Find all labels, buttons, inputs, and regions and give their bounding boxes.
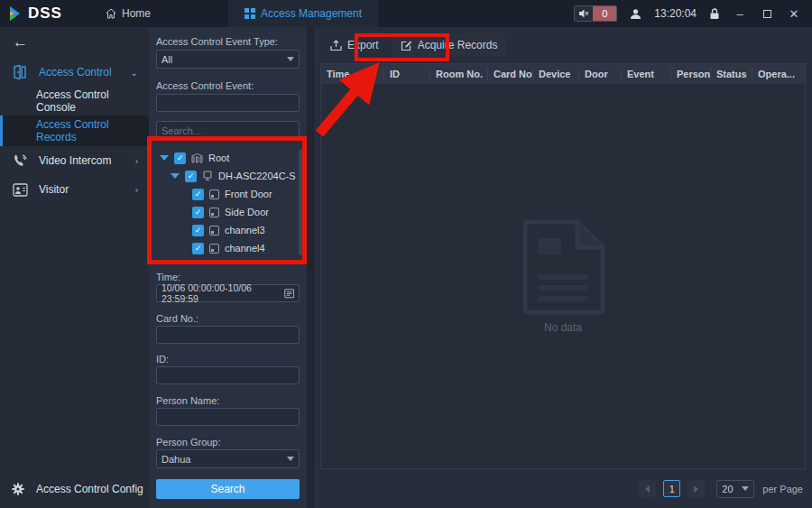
back-arrow-icon: ←: [13, 33, 28, 51]
tab-access-management[interactable]: Access Management: [228, 0, 378, 27]
next-page-button[interactable]: [687, 480, 705, 497]
export-button[interactable]: Export: [321, 33, 388, 57]
person-group-value: Dahua: [161, 454, 190, 465]
person-name-input[interactable]: [156, 408, 300, 426]
alarm-mute-control[interactable]: 0: [574, 5, 617, 22]
door-channel-icon: [209, 244, 219, 254]
prev-page-button[interactable]: [639, 480, 656, 497]
column-header[interactable]: Room No.: [429, 68, 487, 80]
user-icon[interactable]: [630, 8, 641, 20]
checkbox-checked[interactable]: [192, 207, 204, 218]
access-control-icon: [13, 65, 28, 79]
prev-arrow-icon: [645, 485, 650, 493]
organization-icon: [191, 153, 203, 163]
tree-node-label: DH-ASC2204C-S: [218, 171, 296, 181]
records-table: Time ID Room No. Card No. Device Door Ev…: [320, 63, 806, 469]
dss-logo: DSS: [0, 0, 75, 27]
column-header[interactable]: Door: [578, 68, 621, 80]
sidebar-item-label: Access Control: [39, 66, 120, 79]
column-header[interactable]: Opera...: [752, 68, 805, 80]
expander-icon[interactable]: [171, 173, 180, 179]
device-icon: [202, 171, 213, 181]
sidebar-item-video-intercom[interactable]: Video Intercom ›: [0, 146, 149, 175]
title-bar: DSS Home Access Management 0 13:20:04: [0, 0, 812, 27]
home-icon: [106, 8, 116, 19]
chevron-right-icon: ›: [135, 185, 138, 195]
event-input[interactable]: [156, 94, 300, 112]
column-header[interactable]: ID: [383, 68, 429, 80]
tab-home-label: Home: [122, 7, 151, 20]
checkbox-checked[interactable]: [185, 171, 197, 182]
device-search-input[interactable]: [157, 125, 294, 136]
chevron-down-icon: [287, 57, 294, 61]
search-button[interactable]: Search: [156, 479, 300, 499]
checkbox-checked[interactable]: [174, 152, 186, 164]
sidebar-item-label: Access Control Records: [36, 118, 149, 143]
acquire-records-icon: [401, 40, 412, 51]
page-number-button[interactable]: 1: [663, 480, 680, 497]
card-no-input[interactable]: [156, 326, 300, 344]
export-label: Export: [347, 39, 379, 51]
event-type-select[interactable]: All: [156, 50, 300, 69]
sidebar-item-label: Visitor: [39, 183, 125, 196]
sidebar-item-access-control[interactable]: Access Control ⌄: [0, 58, 149, 87]
sidebar-item-visitor[interactable]: Visitor ›: [0, 175, 149, 204]
column-header[interactable]: Card No.: [487, 68, 532, 80]
visitor-badge-icon: [13, 183, 28, 197]
tree-node-channel[interactable]: channel3: [156, 221, 300, 239]
tree-node-label: Root: [208, 152, 229, 163]
back-button[interactable]: ←: [0, 27, 149, 58]
card-no-label: Card No.:: [156, 313, 300, 324]
pagination-bar: 1 20 per Page: [314, 469, 812, 508]
column-header[interactable]: Event: [621, 68, 670, 80]
checkbox-checked[interactable]: [192, 189, 204, 200]
panel-divider: [307, 27, 314, 508]
column-header[interactable]: Time: [321, 68, 383, 80]
checkbox-checked[interactable]: [192, 243, 204, 254]
device-search-box[interactable]: [156, 121, 300, 140]
table-empty-state: No data: [321, 84, 805, 468]
modules-grid-icon: [245, 8, 255, 19]
expander-icon[interactable]: [160, 155, 169, 161]
tree-scrollbar[interactable]: [299, 149, 304, 255]
access-control-config-button[interactable]: Access Control Config: [0, 476, 149, 503]
acquire-records-button[interactable]: Acquire Records: [392, 33, 507, 57]
column-header[interactable]: Device: [532, 68, 578, 80]
tree-node-channel[interactable]: channel4: [156, 239, 300, 257]
person-group-select[interactable]: Dahua: [156, 449, 300, 468]
door-channel-icon: [209, 208, 219, 217]
page-size-select[interactable]: 20: [716, 480, 754, 498]
tree-node-label: Front Door: [225, 189, 272, 199]
id-input[interactable]: [156, 366, 300, 384]
sidebar-item-access-control-records[interactable]: Access Control Records: [0, 115, 149, 146]
tree-node-channel[interactable]: Front Door: [156, 185, 300, 203]
tree-node-device[interactable]: DH-ASC2204C-S: [156, 167, 300, 185]
close-button[interactable]: ✕: [787, 7, 801, 21]
export-icon: [330, 40, 342, 51]
tree-node-root[interactable]: Root: [156, 149, 300, 167]
time-range-value: 10/06 00:00:00-10/06 23:59:59: [161, 282, 284, 304]
tree-node-channel[interactable]: Side Door: [156, 203, 300, 221]
id-label: ID:: [156, 354, 300, 365]
time-range-field[interactable]: 10/06 00:00:00-10/06 23:59:59: [156, 284, 300, 302]
lock-icon[interactable]: [709, 8, 720, 20]
tab-home[interactable]: Home: [91, 0, 165, 27]
checkbox-checked[interactable]: [192, 225, 204, 236]
chevron-down-icon: ⌄: [131, 68, 138, 78]
sidebar-item-label: Video Intercom: [39, 154, 125, 167]
acquire-records-label: Acquire Records: [418, 39, 498, 51]
records-main: Export Acquire Records Time ID Room No. …: [314, 27, 812, 508]
maximize-button[interactable]: [760, 7, 774, 21]
records-toolbar: Export Acquire Records: [314, 27, 812, 63]
minimize-button[interactable]: –: [733, 7, 747, 21]
column-header[interactable]: Status: [710, 68, 752, 80]
logo-text: DSS: [28, 5, 62, 23]
tree-node-label: channel3: [225, 225, 265, 236]
footer-label: Access Control Config: [36, 483, 143, 495]
door-channel-icon: [209, 226, 219, 236]
column-header[interactable]: Person ...: [670, 68, 710, 80]
sidebar-item-access-control-console[interactable]: Access Control Console: [0, 87, 149, 115]
door-channel-icon: [209, 189, 219, 199]
person-name-label: Person Name:: [156, 395, 300, 406]
chevron-right-icon: ›: [135, 156, 138, 166]
